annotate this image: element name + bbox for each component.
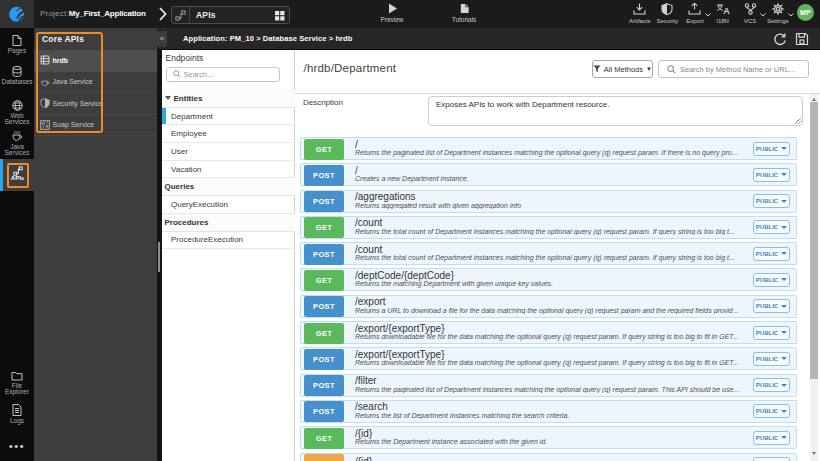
svg-text:A: A xyxy=(723,6,730,15)
